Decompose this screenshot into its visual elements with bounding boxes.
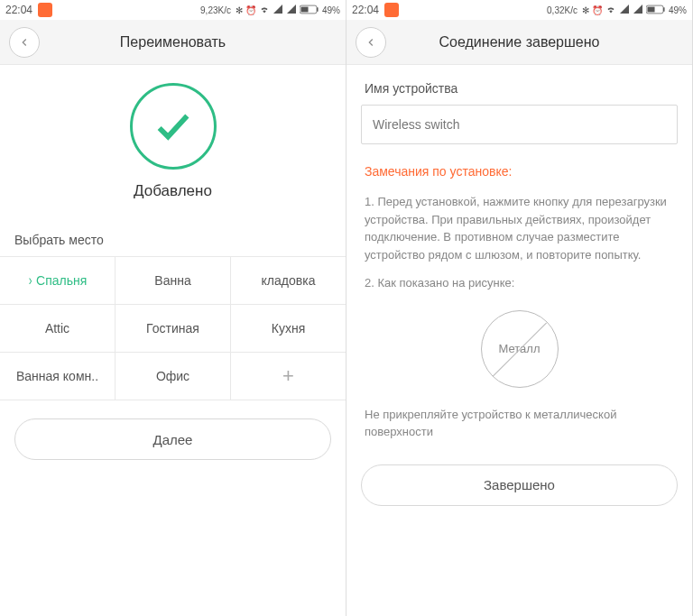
location-row: Attic Гостиная Кухня xyxy=(0,305,346,353)
metal-warning-icon: Металл xyxy=(481,310,559,388)
battery-percent: 49% xyxy=(322,5,340,15)
status-speed: 9,23K/c xyxy=(200,5,231,15)
phone-screen-rename: 22:04 9,23K/c ✻ ⏰ 49% Переименовать xyxy=(0,0,346,616)
status-right: 9,23K/c ✻ ⏰ 49% xyxy=(200,4,340,16)
bluetooth-icon: ✻ xyxy=(236,5,243,15)
location-cell-bedroom[interactable]: Спальня xyxy=(0,257,116,304)
bottom-area: Далее xyxy=(0,400,346,460)
svg-rect-2 xyxy=(300,6,308,12)
battery-percent: 49% xyxy=(669,5,687,15)
status-bar: 22:04 0,32K/c ✻ ⏰ 49% xyxy=(346,0,692,20)
wifi-icon xyxy=(259,4,270,16)
location-cell-bathroom2[interactable]: Ванная комн.. xyxy=(0,353,116,400)
metal-label: Металл xyxy=(499,342,541,355)
status-bar: 22:04 9,23K/c ✻ ⏰ 49% xyxy=(0,0,346,20)
wifi-icon xyxy=(605,4,616,16)
battery-icon xyxy=(646,5,666,16)
installation-notes-header: Замечания по установке: xyxy=(346,144,692,188)
page-title: Соединение завершено xyxy=(386,34,652,51)
signal-icon-2 xyxy=(633,4,643,16)
note-2: 2. Как показано на рисунке: xyxy=(346,269,692,298)
note-1: 1. Перед установкой, нажмите кнопку для … xyxy=(346,188,692,269)
svg-rect-1 xyxy=(317,7,318,11)
svg-rect-5 xyxy=(647,6,654,12)
header: Переименовать xyxy=(0,20,346,65)
success-checkmark-icon xyxy=(130,83,217,170)
added-label: Добавлено xyxy=(0,182,346,200)
status-time: 22:04 xyxy=(352,4,379,16)
location-cell-attic[interactable]: Attic xyxy=(0,305,116,352)
next-button[interactable]: Далее xyxy=(14,418,331,460)
svg-rect-4 xyxy=(663,7,664,11)
header: Соединение завершено xyxy=(346,20,692,65)
location-row: Ванная комн.. Офис + xyxy=(0,353,346,400)
status-time: 22:04 xyxy=(5,4,32,16)
page-title: Переименовать xyxy=(40,34,306,51)
note-3: Не прикрепляйте устройство к металлическ… xyxy=(346,400,692,446)
location-cell-storage[interactable]: кладовка xyxy=(231,257,346,304)
signal-icon xyxy=(273,4,283,16)
status-speed: 0,32K/c xyxy=(547,5,578,15)
device-name-label: Имя устройства xyxy=(346,65,692,105)
location-row: Спальня Ванна кладовка xyxy=(0,257,346,305)
signal-icon xyxy=(619,4,630,16)
section-label: Выбрать место xyxy=(0,222,346,256)
alarm-icon: ⏰ xyxy=(592,5,603,15)
location-cell-office[interactable]: Офис xyxy=(116,353,231,400)
bluetooth-icon: ✻ xyxy=(582,5,589,15)
content: Добавлено Выбрать место Спальня Ванна кл… xyxy=(0,65,346,616)
done-button[interactable]: Завершено xyxy=(361,464,678,506)
phone-screen-connection: 22:04 0,32K/c ✻ ⏰ 49% Соединение заверше… xyxy=(346,0,693,616)
alarm-icon: ⏰ xyxy=(245,5,256,15)
location-grid: Спальня Ванна кладовка Attic Гостиная Ку… xyxy=(0,256,346,400)
location-cell-bathroom[interactable]: Ванна xyxy=(116,257,231,304)
back-button[interactable] xyxy=(356,27,386,58)
signal-icon-2 xyxy=(286,4,297,16)
status-app-icon xyxy=(384,3,399,17)
bottom-area: Завершено xyxy=(346,446,692,506)
location-cell-kitchen[interactable]: Кухня xyxy=(231,305,346,352)
location-add-button[interactable]: + xyxy=(231,353,346,400)
status-right: 0,32K/c ✻ ⏰ 49% xyxy=(547,4,687,16)
battery-icon xyxy=(300,5,319,16)
status-app-icon xyxy=(38,3,52,17)
content: Имя устройства Замечания по установке: 1… xyxy=(346,65,692,616)
device-name-input[interactable] xyxy=(361,105,678,144)
back-button[interactable] xyxy=(9,27,40,58)
location-cell-livingroom[interactable]: Гостиная xyxy=(116,305,231,352)
